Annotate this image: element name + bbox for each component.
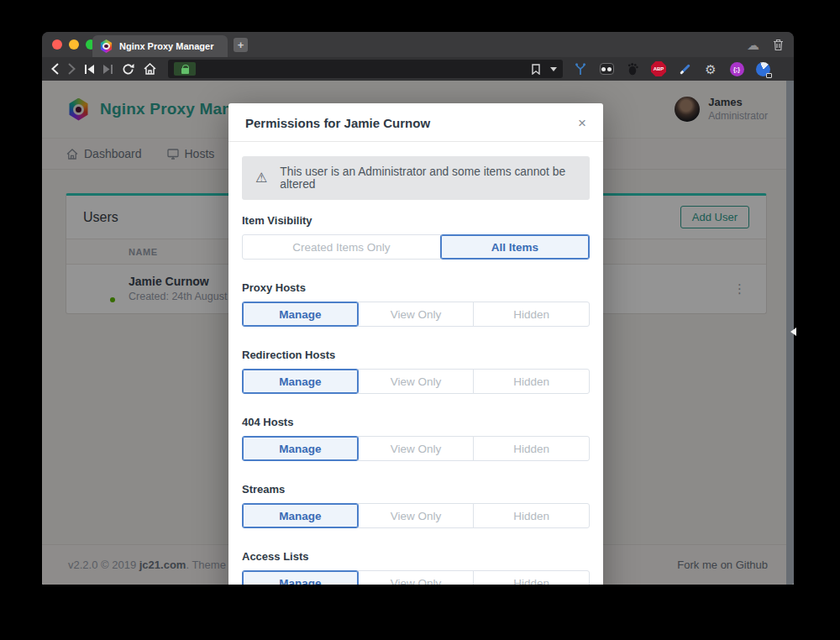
visibility-all-items-button[interactable]: All Items [440, 234, 590, 260]
npm-favicon-icon [100, 39, 113, 53]
privacy-extension-icon[interactable] [754, 60, 771, 77]
redirection-hosts-group: Manage View Only Hidden [242, 369, 590, 394]
404-hosts-group: Manage View Only Hidden [242, 436, 590, 461]
titlebar-actions: ☁ [747, 32, 784, 57]
reload-icon[interactable] [122, 63, 134, 76]
404-hosts-section: 404 Hosts Manage View Only Hidden [242, 416, 590, 461]
footprint-extension-icon[interactable] [624, 60, 641, 77]
access-lists-manage-button[interactable]: Manage [242, 570, 359, 585]
adblock-plus-icon[interactable]: ABP [650, 60, 667, 77]
fork-extension-icon[interactable] [572, 60, 589, 77]
proxy-hosts-label: Proxy Hosts [242, 281, 590, 294]
pencil-extension-icon[interactable] [676, 60, 693, 77]
modal-header: Permissions for Jamie Curnow × [228, 103, 603, 142]
redirection-hosts-view-only-button[interactable]: View Only [358, 369, 475, 394]
access-lists-view-only-button[interactable]: View Only [358, 570, 475, 585]
404-hosts-manage-button[interactable]: Manage [242, 436, 359, 461]
item-visibility-label: Item Visibility [242, 214, 590, 227]
bookmark-icon[interactable] [532, 64, 540, 75]
alert-text: This user is an Administrator and some i… [280, 165, 576, 191]
cloud-sync-icon[interactable]: ☁ [747, 39, 759, 51]
gear-extension-icon[interactable]: ⚙ [702, 60, 719, 77]
window-edge-arrow-icon [790, 328, 796, 336]
streams-hidden-button[interactable]: Hidden [473, 503, 590, 528]
trash-icon[interactable] [773, 39, 784, 51]
new-tab-button[interactable]: + [234, 38, 248, 52]
proxy-hosts-view-only-button[interactable]: View Only [358, 302, 475, 327]
visibility-created-only-button[interactable]: Created Items Only [242, 234, 441, 260]
access-lists-group: Manage View Only Hidden [242, 570, 590, 585]
redirection-hosts-hidden-button[interactable]: Hidden [473, 369, 590, 394]
streams-manage-button[interactable]: Manage [242, 503, 359, 528]
window-controls [52, 39, 96, 50]
modal-body: ⚠ This user is an Administrator and some… [228, 142, 603, 585]
streams-label: Streams [242, 483, 590, 496]
page-viewport: Nginx Proxy Manager James Administrator [42, 81, 794, 585]
browser-titlebar: Nginx Proxy Manager + ☁ [42, 32, 794, 57]
desktop: Nginx Proxy Manager + ☁ [0, 0, 840, 640]
redirection-hosts-label: Redirection Hosts [242, 349, 590, 361]
fast-forward-icon[interactable] [103, 65, 113, 74]
rewind-icon[interactable] [85, 65, 94, 74]
404-hosts-view-only-button[interactable]: View Only [358, 436, 475, 461]
browser-window: Nginx Proxy Manager + ☁ [42, 32, 794, 585]
404-hosts-hidden-button[interactable]: Hidden [473, 436, 590, 461]
close-icon[interactable]: × [578, 116, 586, 130]
browser-toolbar: ABP ⚙ {;} [42, 57, 794, 81]
proxy-hosts-hidden-button[interactable]: Hidden [473, 302, 590, 327]
close-window-button[interactable] [52, 39, 62, 50]
modal-title: Permissions for Jamie Curnow [245, 116, 430, 130]
access-lists-hidden-button[interactable]: Hidden [473, 570, 590, 585]
address-bar[interactable] [168, 60, 563, 78]
admin-alert: ⚠ This user is an Administrator and some… [242, 156, 590, 200]
redirection-hosts-manage-button[interactable]: Manage [242, 369, 359, 394]
tab-title: Nginx Proxy Manager [119, 41, 213, 51]
redirection-hosts-section: Redirection Hosts Manage View Only Hidde… [242, 349, 590, 394]
streams-section: Streams Manage View Only Hidden [242, 483, 590, 528]
item-visibility-group: Created Items Only All Items [242, 234, 590, 260]
forward-icon[interactable] [68, 63, 76, 75]
access-lists-section: Access Lists Manage View Only Hidden [242, 550, 590, 585]
minimize-window-button[interactable] [69, 39, 79, 50]
proxy-hosts-section: Proxy Hosts Manage View Only Hidden [242, 281, 590, 327]
https-lock-icon[interactable] [174, 62, 196, 76]
back-icon[interactable] [51, 63, 59, 75]
permissions-modal: Permissions for Jamie Curnow × ⚠ This us… [228, 103, 603, 585]
warning-icon: ⚠ [255, 171, 267, 185]
access-lists-label: Access Lists [242, 550, 590, 563]
purple-extension-icon[interactable]: {;} [728, 60, 745, 77]
item-visibility-section: Item Visibility Created Items Only All I… [242, 214, 590, 260]
home-icon[interactable] [144, 63, 156, 75]
404-hosts-label: 404 Hosts [242, 416, 590, 428]
proxy-hosts-manage-button[interactable]: Manage [242, 302, 359, 327]
proxy-hosts-group: Manage View Only Hidden [242, 302, 590, 327]
bookmark-dropdown-icon[interactable] [550, 67, 557, 71]
browser-tab[interactable]: Nginx Proxy Manager [92, 35, 228, 57]
streams-group: Manage View Only Hidden [242, 503, 590, 528]
goggles-extension-icon[interactable] [598, 60, 615, 77]
streams-view-only-button[interactable]: View Only [358, 503, 475, 528]
